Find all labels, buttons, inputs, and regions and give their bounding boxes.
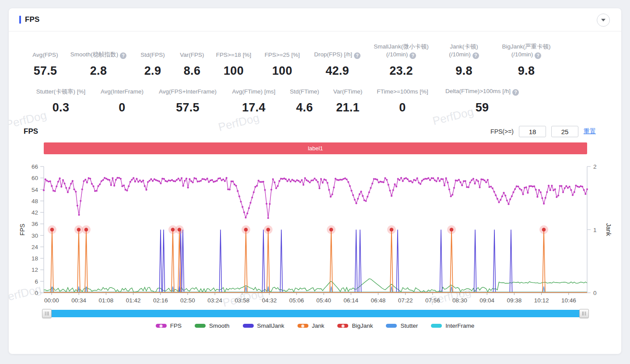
- metric-label: Avg(FPS): [24, 51, 66, 59]
- help-icon[interactable]: ?: [410, 52, 416, 59]
- metric: FPS>=18 [%]100: [210, 51, 258, 78]
- metric: Jank(卡顿)(/10min)?9.8: [434, 43, 494, 78]
- svg-text:18: 18: [32, 255, 38, 262]
- legend-item-bigjank[interactable]: BigJank: [337, 322, 373, 329]
- metric-value: 59: [439, 101, 525, 114]
- metric-value: 2.9: [131, 64, 175, 78]
- svg-text:06:14: 06:14: [343, 297, 358, 304]
- legend-marker: [156, 324, 167, 328]
- svg-text:1: 1: [593, 227, 597, 233]
- svg-text:42: 42: [32, 209, 38, 216]
- chart-header: FPS FPS(>=) 重置: [24, 126, 596, 137]
- metric-value: 100: [210, 64, 258, 78]
- legend-marker-dot: [301, 324, 304, 327]
- metric: FPS>=25 [%]100: [258, 51, 307, 78]
- grip-icon: [45, 312, 49, 315]
- svg-text:07:22: 07:22: [398, 297, 413, 304]
- metric: Avg(FTime) [ms]17.4: [228, 88, 279, 114]
- metric-value: 9.8: [494, 64, 559, 78]
- svg-text:FPS: FPS: [19, 224, 26, 236]
- svg-text:00:34: 00:34: [71, 297, 86, 304]
- metric-value: 23.2: [368, 64, 434, 78]
- metric-value: 42.9: [307, 64, 368, 78]
- svg-text:6: 6: [35, 278, 38, 285]
- scrollbar-right-handle[interactable]: [579, 309, 589, 318]
- metric: Avg(FPS)57.5: [24, 51, 66, 78]
- collapse-button[interactable]: [597, 14, 610, 27]
- legend-label: BigJank: [352, 322, 373, 329]
- svg-text:05:06: 05:06: [289, 297, 304, 304]
- annotation-banner: label1: [44, 142, 587, 154]
- svg-text:2: 2: [593, 163, 597, 170]
- legend-item-smalljank[interactable]: SmallJank: [243, 322, 284, 329]
- metric-value: 57.5: [147, 101, 228, 114]
- chart-area: 0612182430364248546066012FPSJank00:0000:…: [9, 156, 621, 309]
- threshold-controls: FPS(>=) 重置: [490, 126, 596, 137]
- metric: SmallJank(微小卡顿)(/10min)?23.2: [368, 43, 434, 78]
- legend-label: Stutter: [400, 322, 418, 329]
- metric: Var(FTime)21.1: [330, 88, 366, 114]
- metric: Avg(InterFrame)0: [97, 88, 147, 114]
- legend-label: Smooth: [209, 322, 230, 329]
- help-icon[interactable]: ?: [472, 52, 479, 59]
- legend-item-smooth[interactable]: Smooth: [195, 322, 230, 329]
- metrics-row-2: Stutter(卡顿率) [%]0.3Avg(InterFrame)0Avg(F…: [9, 87, 621, 114]
- metric-value: 57.5: [24, 64, 66, 78]
- metric-label: Avg(InterFrame): [97, 88, 147, 96]
- metric-value: 17.4: [228, 101, 279, 114]
- legend-item-stutter[interactable]: Stutter: [386, 322, 418, 329]
- svg-text:60: 60: [32, 175, 38, 181]
- reset-link[interactable]: 重置: [584, 128, 596, 135]
- svg-text:00:00: 00:00: [44, 297, 59, 304]
- scrollbar-left-handle[interactable]: [42, 309, 52, 318]
- svg-text:24: 24: [32, 244, 38, 250]
- legend-item-interframe[interactable]: InterFrame: [431, 322, 474, 329]
- chart-legend: FPSSmoothSmallJankJankBigJankStutterInte…: [9, 322, 621, 329]
- metric: Delta(FTime)>100ms [/h]?59: [439, 87, 525, 114]
- metric-value: 9.8: [434, 64, 494, 78]
- svg-text:02:50: 02:50: [180, 297, 195, 304]
- legend-label: Jank: [312, 322, 325, 329]
- legend-label: InterFrame: [445, 322, 474, 329]
- annotation-label: label1: [308, 145, 323, 152]
- svg-text:66: 66: [32, 163, 38, 170]
- metric-value: 0: [97, 101, 147, 114]
- metric-label: SmallJank(微小卡顿)(/10min)?: [368, 43, 434, 59]
- chart-title: FPS: [24, 127, 38, 136]
- help-icon[interactable]: ?: [120, 52, 126, 59]
- svg-text:30: 30: [32, 232, 38, 239]
- metric: Smooth(稳帧指数)?2.8: [66, 51, 131, 78]
- metric-label: Std(FPS): [131, 51, 175, 59]
- help-icon[interactable]: ?: [354, 52, 360, 59]
- fps-chart[interactable]: 0612182430364248546066012FPSJank00:0000:…: [9, 156, 621, 307]
- legend-marker-dot: [341, 324, 344, 327]
- metric-label: FTime>=100ms [%]: [366, 88, 439, 96]
- legend-label: FPS: [170, 322, 182, 329]
- legend-marker-dot: [160, 324, 163, 327]
- scrollbar-track[interactable]: [44, 310, 587, 317]
- svg-text:54: 54: [32, 187, 38, 193]
- svg-text:0: 0: [35, 290, 38, 296]
- metric-value: 0.3: [24, 101, 97, 114]
- svg-text:07:56: 07:56: [425, 297, 440, 304]
- metrics-row-1: Avg(FPS)57.5Smooth(稳帧指数)?2.8Std(FPS)2.9V…: [9, 43, 621, 78]
- threshold-input-1[interactable]: [519, 126, 546, 137]
- threshold-input-2[interactable]: [551, 126, 578, 137]
- metric-label: Var(FTime): [330, 88, 366, 96]
- metric-label: Drop(FPS) [/h]?: [307, 51, 368, 59]
- metric-label: BigJank(严重卡顿)(/10min)?: [494, 43, 559, 59]
- help-icon[interactable]: ?: [535, 52, 541, 59]
- svg-text:04:32: 04:32: [262, 297, 277, 304]
- svg-text:02:16: 02:16: [153, 297, 168, 304]
- legend-item-jank[interactable]: Jank: [298, 322, 325, 329]
- chevron-down-icon: [601, 19, 606, 21]
- svg-text:03:24: 03:24: [207, 297, 222, 304]
- grip-icon: [582, 312, 586, 315]
- help-icon[interactable]: ?: [512, 89, 519, 96]
- svg-text:Jank: Jank: [605, 223, 612, 237]
- panel-title: FPS: [25, 15, 40, 24]
- metric-label: Smooth(稳帧指数)?: [66, 51, 131, 59]
- legend-item-fps[interactable]: FPS: [156, 322, 182, 329]
- metric-label: Delta(FTime)>100ms [/h]?: [439, 87, 525, 96]
- legend-marker: [298, 324, 308, 328]
